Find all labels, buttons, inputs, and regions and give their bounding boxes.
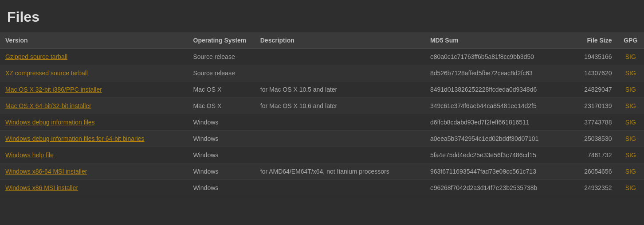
description-cell xyxy=(255,131,425,147)
os-cell: Windows xyxy=(188,180,255,196)
table-row: Mac OS X 32-bit i386/PPC installerMac OS… xyxy=(0,81,644,98)
header-os: Operating System xyxy=(188,32,255,49)
sig-link[interactable]: SIG xyxy=(625,70,636,77)
os-cell: Windows xyxy=(188,163,255,180)
filesize-cell: 25038530 xyxy=(563,131,617,147)
description-cell xyxy=(255,65,425,81)
version-link[interactable]: XZ compressed source tarball xyxy=(5,70,88,77)
files-table: Version Operating System Description MD5… xyxy=(0,32,644,196)
os-cell: Source release xyxy=(188,49,255,65)
table-header-row: Version Operating System Description MD5… xyxy=(0,32,644,49)
sig-link[interactable]: SIG xyxy=(625,119,636,126)
filesize-cell: 26054656 xyxy=(563,163,617,180)
os-cell: Mac OS X xyxy=(188,81,255,98)
table-row: Windows x86-64 MSI installerWindowsfor A… xyxy=(0,163,644,180)
version-link[interactable]: Mac OS X 32-bit i386/PPC installer xyxy=(5,86,102,93)
md5-cell: e80a0c1c71763ff6b5a81f8cc9bb3d50 xyxy=(425,49,564,65)
filesize-cell: 23170139 xyxy=(563,98,617,114)
description-cell: for AMD64/EM64T/x64, not Itanium process… xyxy=(255,163,425,180)
description-cell: for Mac OS X 10.5 and later xyxy=(255,81,425,98)
sig-link[interactable]: SIG xyxy=(625,168,636,175)
table-row: Windows x86 MSI installerWindowse96268f7… xyxy=(0,180,644,196)
version-link[interactable]: Mac OS X 64-bit/32-bit installer xyxy=(5,102,91,109)
description-cell: for Mac OS X 10.6 and later xyxy=(255,98,425,114)
md5-cell: 8491d013826252228ffcdeda0d9348d6 xyxy=(425,81,564,98)
filesize-cell: 7461732 xyxy=(563,147,617,163)
os-cell: Windows xyxy=(188,147,255,163)
sig-link[interactable]: SIG xyxy=(625,184,636,191)
version-link[interactable]: Gzipped source tarball xyxy=(5,53,67,60)
sig-link[interactable]: SIG xyxy=(625,86,636,93)
md5-cell: d6ffcb8cdabd93ed7f2feff661816511 xyxy=(425,114,564,131)
header-filesize: File Size xyxy=(563,32,617,49)
version-link[interactable]: Windows help file xyxy=(5,151,54,159)
header-md5: MD5 Sum xyxy=(425,32,564,49)
table-row: Windows help fileWindows5fa4e75dd4edc25e… xyxy=(0,147,644,163)
table-row: XZ compressed source tarballSource relea… xyxy=(0,65,644,81)
md5-cell: a0eea5b3742954c1ed02bddf30d07101 xyxy=(425,131,564,147)
filesize-cell: 37743788 xyxy=(563,114,617,131)
header-description: Description xyxy=(255,32,425,49)
md5-cell: 963f67116935447fad73e09cc561c713 xyxy=(425,163,564,180)
os-cell: Windows xyxy=(188,114,255,131)
table-row: Windows debug information files for 64-b… xyxy=(0,131,644,147)
filesize-cell: 24829047 xyxy=(563,81,617,98)
sig-link[interactable]: SIG xyxy=(625,135,636,142)
version-link[interactable]: Windows x86 MSI installer xyxy=(5,184,78,191)
header-gpg: GPG xyxy=(617,32,644,49)
md5-cell: e96268f7042d2a3d14f7e23b2535738b xyxy=(425,180,564,196)
md5-cell: 5fa4e75dd4edc25e33e56f3c7486cd15 xyxy=(425,147,564,163)
description-cell xyxy=(255,180,425,196)
description-cell xyxy=(255,114,425,131)
table-row: Mac OS X 64-bit/32-bit installerMac OS X… xyxy=(0,98,644,114)
version-link[interactable]: Windows x86-64 MSI installer xyxy=(5,168,87,175)
table-row: Windows debug information filesWindowsd6… xyxy=(0,114,644,131)
md5-cell: 8d526b7128affed5fbe72ceac8d2fc63 xyxy=(425,65,564,81)
md5-cell: 349c61e374f6aeb44ca85481ee14d2f5 xyxy=(425,98,564,114)
os-cell: Source release xyxy=(188,65,255,81)
os-cell: Mac OS X xyxy=(188,98,255,114)
version-link[interactable]: Windows debug information files xyxy=(5,119,95,126)
sig-link[interactable]: SIG xyxy=(625,102,636,109)
filesize-cell: 19435166 xyxy=(563,49,617,65)
filesize-cell: 24932352 xyxy=(563,180,617,196)
description-cell xyxy=(255,49,425,65)
header-version: Version xyxy=(0,32,188,49)
sig-link[interactable]: SIG xyxy=(625,151,636,159)
version-link[interactable]: Windows debug information files for 64-b… xyxy=(5,135,145,142)
page-title: Files xyxy=(0,0,644,32)
description-cell xyxy=(255,147,425,163)
table-row: Gzipped source tarballSource releasee80a… xyxy=(0,49,644,65)
filesize-cell: 14307620 xyxy=(563,65,617,81)
os-cell: Windows xyxy=(188,131,255,147)
sig-link[interactable]: SIG xyxy=(625,53,636,60)
